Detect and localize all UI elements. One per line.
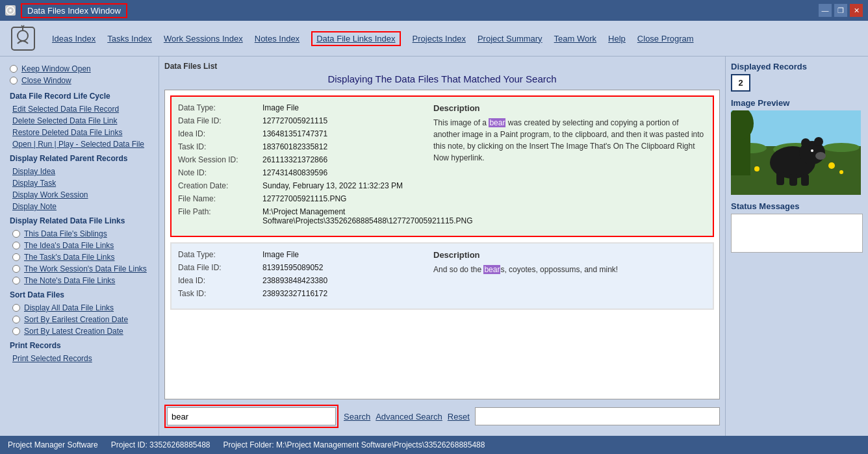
description-text-2: And so do the bears, coyotes, oppossums,… — [433, 264, 706, 275]
note-links-radio[interactable] — [12, 277, 20, 284]
menu-item-help[interactable]: Help — [608, 34, 626, 44]
field-data-file-id: Data File ID: 127727005921115 — [178, 116, 424, 125]
print-selected-link[interactable]: Print Selected Records — [12, 354, 149, 363]
record-fields-2: Data Type: Image File Data File ID: 8139… — [178, 250, 424, 302]
menu-item-projects-index[interactable]: Projects Index — [413, 34, 466, 44]
field-data-type: Data Type: Image File — [178, 103, 424, 112]
field-file-name: File Name: 127727005921115.PNG — [178, 194, 424, 203]
search-remainder-field[interactable] — [475, 407, 720, 425]
reset-button[interactable]: Reset — [448, 412, 470, 422]
svg-point-21 — [828, 162, 835, 169]
menu-item-project-summary[interactable]: Project Summary — [478, 34, 542, 44]
close-window-button[interactable]: ✕ — [850, 4, 863, 17]
svg-point-22 — [754, 166, 760, 171]
sort-earliest-radio[interactable] — [12, 316, 20, 323]
field-label-file-path: File Path: — [178, 207, 262, 225]
edit-record-link[interactable]: Edit Selected Data File Record — [12, 105, 149, 114]
main-content: Keep Window Open Close Window Data File … — [0, 57, 868, 436]
status-messages-area — [731, 214, 863, 253]
menu-item-ideas-index[interactable]: Ideas Index — [52, 34, 96, 44]
app-icon — [5, 5, 16, 16]
sort-latest-option[interactable]: Sort By Latest Creation Date — [12, 327, 149, 336]
field-work-session-id: Work Session ID: 261113321372866 — [178, 155, 424, 164]
task-links-option[interactable]: The Task's Data File Links — [12, 253, 149, 262]
search-title: Displaying The Data Files That Matched Y… — [164, 73, 720, 84]
advanced-search-button[interactable]: Advanced Search — [376, 412, 442, 422]
task-links-radio[interactable] — [12, 253, 20, 261]
menu-item-notes-index[interactable]: Notes Index — [255, 34, 300, 44]
display-work-session-link[interactable]: Display Work Session — [12, 190, 149, 199]
siblings-option[interactable]: This Data File's Siblings — [12, 229, 149, 238]
display-all-label: Display All Data File Links — [24, 303, 114, 312]
sort-earliest-label: Sort By Earilest Creation Date — [24, 315, 128, 324]
close-window-radio[interactable] — [10, 77, 18, 84]
description-title: Description — [433, 103, 706, 113]
idea-links-label: The Idea's Data File Links — [24, 241, 114, 250]
field-label-creation-date: Creation Date: — [178, 181, 262, 190]
svg-point-1 — [9, 9, 12, 12]
search-button[interactable]: Search — [344, 412, 370, 422]
work-session-links-radio[interactable] — [12, 265, 20, 273]
open-record-link[interactable]: Open | Run | Play - Selected Data File — [12, 140, 149, 149]
display-all-radio[interactable] — [12, 304, 20, 312]
center-content: Data Files List Displaying The Data File… — [159, 57, 725, 436]
field2-data-file-id: Data File ID: 81391595089052 — [178, 263, 424, 272]
svg-point-15 — [814, 137, 823, 146]
minimize-button[interactable]: — — [819, 4, 832, 17]
menu-item-data-file-links-index[interactable]: Data File Links Index — [311, 31, 400, 46]
siblings-label: This Data File's Siblings — [24, 229, 107, 238]
app-name: Project Manager Software — [8, 440, 98, 449]
table-row[interactable]: Data Type: Image File Data File ID: 1277… — [170, 95, 714, 237]
idea-links-option[interactable]: The Idea's Data File Links — [12, 241, 149, 250]
display-note-link[interactable]: Display Note — [12, 202, 149, 211]
field-label-file-name: File Name: — [178, 194, 262, 203]
display-task-link[interactable]: Display Task — [12, 179, 149, 188]
table-row[interactable]: Data Type: Image File Data File ID: 8139… — [170, 242, 714, 310]
close-window-option[interactable]: Close Window — [10, 76, 149, 85]
field-value-creation-date: Sunday, February 13, 2022 11:32:23 PM — [262, 181, 403, 190]
keep-window-open-option[interactable]: Keep Window Open — [10, 64, 149, 73]
project-id-section: Project ID: 33526268885488 — [111, 440, 211, 449]
field2-value-task-id: 238932327116172 — [262, 289, 327, 298]
note-links-option[interactable]: The Note's Data File Links — [12, 276, 149, 285]
svg-rect-20 — [801, 174, 809, 186]
highlight-bear-1: bear — [489, 118, 505, 127]
delete-record-link[interactable]: Delete Selected Data File Link — [12, 116, 149, 125]
record-card-inner: Data Type: Image File Data File ID: 1277… — [178, 103, 706, 229]
project-id-label: Project ID: — [111, 440, 149, 449]
field-label-work-session-id: Work Session ID: — [178, 155, 262, 164]
field-idea-id: Idea ID: 136481351747371 — [178, 129, 424, 138]
records-container[interactable]: Data Type: Image File Data File ID: 1277… — [164, 90, 720, 399]
sort-latest-label: Sort By Latest Creation Date — [24, 327, 123, 336]
sort-earliest-option[interactable]: Sort By Earilest Creation Date — [12, 315, 149, 324]
menu-item-close-program[interactable]: Close Program — [637, 34, 694, 44]
display-idea-link[interactable]: Display Idea — [12, 167, 149, 176]
restore-button[interactable]: ❐ — [834, 4, 847, 17]
close-window-label: Close Window — [21, 76, 71, 85]
image-preview-title: Image Preview — [731, 98, 863, 108]
restore-record-link[interactable]: Restore Deleted Data File Links — [12, 128, 149, 137]
keep-window-open-radio[interactable] — [10, 65, 18, 73]
sort-files-title: Sort Data Files — [10, 290, 149, 299]
field-label-data-type: Data Type: — [178, 103, 262, 112]
search-bar: Search Advanced Search Reset — [164, 399, 720, 431]
displayed-records-count: 2 — [731, 74, 750, 92]
search-input[interactable] — [167, 407, 336, 425]
svg-rect-18 — [776, 172, 784, 185]
menu-item-team-work[interactable]: Team Work — [554, 34, 597, 44]
record-description: Description This image of a bear was cre… — [433, 103, 706, 229]
idea-links-radio[interactable] — [12, 242, 20, 249]
record-lifecycle-title: Data File Record Life Cycle — [10, 92, 149, 101]
print-records-title: Print Records — [10, 341, 149, 350]
field-value-data-type: Image File — [262, 103, 299, 112]
task-links-label: The Task's Data File Links — [24, 253, 114, 262]
project-folder-section: Project Folder: M:\Project Management So… — [223, 440, 485, 449]
work-session-links-option[interactable]: The Work Session's Data File Links — [12, 264, 149, 273]
siblings-radio[interactable] — [12, 230, 20, 238]
sidebar: Keep Window Open Close Window Data File … — [0, 57, 159, 436]
menu-item-work-sessions-index[interactable]: Work Sessions Index — [164, 34, 243, 44]
menu-item-tasks-index[interactable]: Tasks Index — [107, 34, 152, 44]
sort-latest-radio[interactable] — [12, 327, 20, 335]
description-title-2: Description — [433, 250, 706, 260]
display-all-option[interactable]: Display All Data File Links — [12, 303, 149, 312]
